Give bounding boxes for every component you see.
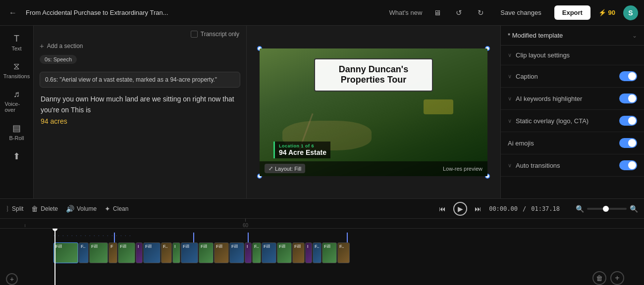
ai-emojis-toggle[interactable] bbox=[619, 138, 637, 148]
chevron-icon-trans: ∨ bbox=[508, 162, 512, 169]
split-label: Split bbox=[12, 205, 23, 212]
sidebar-label-text: Text bbox=[11, 46, 21, 51]
clean-tool[interactable]: ✦ Clean bbox=[105, 205, 128, 213]
clip-thumb[interactable]: Fill bbox=[214, 242, 229, 263]
clip-thumb[interactable]: Fill bbox=[322, 242, 337, 263]
sidebar-item-voiceover[interactable]: ♬ Voice-over bbox=[3, 85, 31, 117]
clip-thumb[interactable]: F bbox=[108, 242, 117, 263]
panel-row-caption[interactable]: ∨ Caption bbox=[501, 65, 644, 88]
clip-thumb[interactable]: F.. bbox=[252, 242, 261, 263]
video-location-big: 94 Acre Estate bbox=[279, 148, 326, 156]
skip-back-button[interactable]: ⏮ bbox=[436, 203, 448, 215]
timeline-action-buttons: 🗑 + bbox=[592, 271, 624, 285]
center-controls: What's new 🖥 ↺ ↻ Save changes Export ⚡ 9… bbox=[389, 5, 638, 20]
clip-layout-label: ∨ Clip layout settings bbox=[508, 51, 570, 59]
clip-thumb[interactable]: Fill bbox=[54, 242, 78, 263]
clip-thumb[interactable]: Fill bbox=[199, 242, 214, 263]
chevron-icon-caption: ∨ bbox=[508, 73, 512, 80]
zoom-out-button[interactable]: 🔍 bbox=[576, 205, 584, 213]
static-overlay-toggle[interactable] bbox=[619, 116, 637, 126]
clip-thumb[interactable]: Fill bbox=[89, 242, 108, 263]
sidebar-item-upload[interactable]: ⬆ bbox=[3, 147, 31, 166]
panel-row-auto-transitions[interactable]: ∨ Auto transitions bbox=[501, 154, 644, 177]
zoom-controls: 🔍 🔍 bbox=[576, 205, 638, 213]
clip-thumb[interactable]: Fill bbox=[262, 242, 276, 263]
clip-thumb[interactable]: I bbox=[245, 242, 252, 263]
add-section-button[interactable]: + Add a section bbox=[40, 42, 240, 50]
ai-emojis-text: Ai emojis bbox=[508, 140, 534, 147]
low-res-preview-label: Low-res preview bbox=[443, 166, 483, 172]
caption-toggle[interactable] bbox=[619, 71, 637, 81]
sidebar-item-transitions[interactable]: ⧖ Transitions bbox=[3, 57, 31, 83]
undo-button[interactable]: ↺ bbox=[452, 6, 466, 20]
video-frame-container: Danny Duncan's Properties Tour Location … bbox=[260, 48, 487, 176]
expand-icon: ⤢ bbox=[268, 165, 273, 172]
clip-thumb[interactable]: F.. bbox=[337, 242, 350, 263]
skip-forward-button[interactable]: ⏭ bbox=[472, 203, 484, 215]
sidebar-label-voiceover: Voice-over bbox=[5, 101, 29, 113]
chevron-icon-ai-kw: ∨ bbox=[508, 95, 512, 102]
transcript-body-text: Danny you own How much land are we sitti… bbox=[41, 95, 234, 114]
panel-row-clip-layout[interactable]: ∨ Clip layout settings bbox=[501, 46, 644, 65]
video-title-line2: Properties Tour bbox=[341, 75, 407, 85]
whats-new-button[interactable]: What's new bbox=[389, 9, 423, 16]
user-avatar[interactable]: S bbox=[623, 5, 638, 20]
add-section-plus-icon: + bbox=[40, 42, 44, 50]
clip-thumb[interactable]: I bbox=[305, 242, 312, 263]
right-panel-header: * Modified template ⌄ bbox=[501, 26, 644, 46]
clip-thumb[interactable]: F.. bbox=[79, 242, 89, 263]
back-icon: ← bbox=[9, 8, 17, 17]
trash-button[interactable]: 🗑 bbox=[592, 271, 606, 285]
broll-icon: ▤ bbox=[12, 123, 21, 134]
layout-fill-tag[interactable]: ⤢ Layout: Fill bbox=[265, 164, 305, 173]
clip-thumb[interactable]: Fill bbox=[143, 242, 161, 263]
zoom-slider[interactable] bbox=[587, 208, 627, 210]
canvas-area: Danny Duncan's Properties Tour Location … bbox=[247, 26, 500, 198]
upload-icon: ⬆ bbox=[13, 151, 20, 162]
clip-thumb[interactable]: F.. bbox=[161, 242, 172, 263]
add-section-bottom-button[interactable]: + bbox=[6, 273, 18, 285]
redo-button[interactable]: ↻ bbox=[474, 6, 487, 20]
zoom-slider-thumb[interactable] bbox=[603, 206, 609, 212]
transcript-header: Transcript only bbox=[40, 31, 240, 38]
delete-tool[interactable]: 🗑 Delete bbox=[31, 205, 58, 213]
playhead[interactable] bbox=[54, 229, 55, 285]
panel-row-ai-keywords[interactable]: ∨ AI keywords highlighter bbox=[501, 88, 644, 110]
save-changes-button[interactable]: Save changes bbox=[495, 6, 546, 19]
transcript-only-checkbox[interactable] bbox=[191, 31, 198, 38]
clip-thumb[interactable]: Fill bbox=[277, 242, 292, 263]
speech-tag: 0s: Speech bbox=[40, 55, 77, 64]
clean-label: Clean bbox=[113, 205, 128, 212]
play-button[interactable]: ▶ bbox=[453, 202, 467, 216]
sidebar-item-text[interactable]: T Text bbox=[3, 30, 31, 55]
sidebar-item-broll[interactable]: ▤ B-Roll bbox=[3, 119, 31, 145]
clip-thumb[interactable]: Fill bbox=[229, 242, 244, 263]
clip-thumb[interactable]: Fill bbox=[181, 242, 198, 263]
back-button[interactable]: ← bbox=[6, 6, 20, 20]
panel-row-ai-emojis[interactable]: Ai emojis bbox=[501, 132, 644, 154]
split-tool[interactable]: ⧘ Split bbox=[6, 205, 23, 213]
screen-icon[interactable]: 🖥 bbox=[430, 6, 444, 20]
zoom-in-button[interactable]: 🔍 bbox=[630, 205, 638, 213]
clip-thumb[interactable]: Fill bbox=[292, 242, 305, 263]
clip-thumb[interactable]: I bbox=[172, 242, 180, 263]
timeline: ⧘ Split 🗑 Delete 🔊 Volume ✦ Clean ⏮ ▶ ⏭ … bbox=[0, 198, 644, 285]
clean-icon: ✦ bbox=[105, 205, 110, 213]
timecode-current: 00:00.00 bbox=[489, 205, 518, 212]
transitions-icon: ⧖ bbox=[13, 61, 20, 72]
clip-thumb[interactable]: F.. bbox=[313, 242, 322, 263]
delete-icon: 🗑 bbox=[31, 205, 38, 213]
volume-tool[interactable]: 🔊 Volume bbox=[66, 205, 97, 213]
clip-thumb[interactable]: Fill bbox=[118, 242, 135, 263]
add-clip-button[interactable]: + bbox=[610, 271, 624, 285]
clip-thumb[interactable]: I bbox=[136, 242, 143, 263]
export-button[interactable]: Export bbox=[554, 5, 590, 20]
static-overlay-text: Static overlay (logo, CTA) bbox=[516, 117, 589, 125]
auto-transitions-toggle[interactable] bbox=[619, 160, 637, 170]
timecode-total: 01:37.18 bbox=[531, 205, 560, 212]
panel-row-static-overlay[interactable]: ∨ Static overlay (logo, CTA) bbox=[501, 110, 644, 132]
ai-keywords-toggle[interactable] bbox=[619, 94, 637, 103]
add-section-plus-button[interactable]: + bbox=[6, 273, 18, 285]
ai-keywords-label: ∨ AI keywords highlighter bbox=[508, 95, 582, 102]
top-bar: ← From Accidental Purchase to Extraordin… bbox=[0, 0, 644, 26]
